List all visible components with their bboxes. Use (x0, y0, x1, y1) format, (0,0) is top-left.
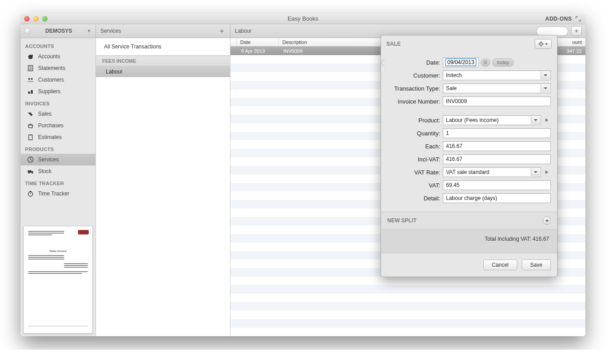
people-icon (27, 76, 34, 83)
clock-icon (27, 156, 34, 163)
svg-rect-10 (29, 135, 32, 140)
company-name: DEMOSYS (45, 28, 72, 34)
sidebar-item-suppliers[interactable]: Suppliers (21, 86, 95, 97)
date-value: 09/04/2013 (445, 58, 476, 66)
vat-input[interactable]: 69.45 (443, 180, 551, 190)
tag-icon (27, 110, 34, 117)
label-transaction-type: Transaction Type: (387, 85, 443, 92)
date-picker-button[interactable] (480, 58, 490, 67)
section-header-invoices: INVOICES (21, 97, 95, 108)
section-header-products: PRODUCTS (21, 143, 95, 154)
svg-point-15 (29, 173, 30, 174)
sidebar-item-accounts[interactable]: Accounts (21, 51, 95, 62)
thumbnail-title: Sales Invoice (28, 250, 88, 252)
new-split-label: NEW SPLIT (387, 217, 416, 224)
svg-rect-11 (30, 134, 31, 135)
sidebar-item-label: Statements (38, 65, 65, 71)
vat-rate-go-button[interactable] (543, 167, 551, 177)
add-transaction-button[interactable]: ＋ (571, 26, 582, 36)
column3-title: Labour (235, 28, 251, 34)
sidebar-item-label: Services (38, 156, 59, 163)
cancel-button[interactable]: Cancel (483, 260, 517, 270)
section-header-accounts: ACCOUNTS (21, 40, 95, 51)
date-input[interactable]: 09/04/2013 (443, 57, 479, 67)
svg-point-7 (31, 78, 33, 80)
piggybank-icon (27, 53, 34, 60)
label-each: Each: (387, 143, 443, 150)
label-invoice-number: Invoice Number: (387, 98, 443, 105)
arrow-right-icon (545, 170, 549, 174)
search-input[interactable] (536, 26, 568, 36)
company-selector[interactable]: DEMOSYS ▼ (21, 24, 96, 38)
product-go-button[interactable] (543, 115, 551, 125)
vat-rate-select[interactable]: VAT sale standard (443, 167, 541, 177)
each-input[interactable]: 416.67 (443, 141, 551, 151)
suppliers-icon (27, 88, 34, 95)
sidebar-item-purchases[interactable]: Purchases (21, 120, 95, 131)
svg-point-20 (540, 43, 542, 45)
label-quantity: Quantity: (387, 130, 443, 137)
add-split-button[interactable]: ＋ (543, 217, 551, 225)
company-orb-icon (25, 28, 30, 34)
sidebar-item-label: Sales (38, 111, 52, 117)
quantity-input[interactable]: 1 (443, 128, 551, 138)
column2-title: Services (100, 28, 121, 34)
customer-select[interactable]: Initech (443, 70, 551, 80)
product-select[interactable]: Labour (Fees income) (443, 115, 541, 125)
label-incl-vat: Incl-VAT: (387, 156, 443, 163)
svg-point-6 (28, 78, 30, 80)
svg-rect-18 (30, 191, 31, 192)
sidebar-item-label: Stock (38, 168, 52, 174)
row-date: 9 Apr 2013 (238, 48, 280, 54)
svg-rect-9 (31, 90, 33, 94)
svg-rect-13 (28, 170, 31, 173)
transaction-type-select[interactable]: Sale (443, 83, 551, 93)
sidebar-item-sales[interactable]: Sales (21, 108, 95, 120)
sidebar-item-label: Purchases (38, 122, 64, 129)
sale-form: Date: 09/04/2013 today Customer: Initech… (381, 52, 557, 212)
total-row: Total Including VAT: 416.67 (381, 230, 557, 253)
column-header-date[interactable]: Date (237, 38, 279, 46)
sale-popover: SALE ▼ Date: 09/04/2013 today (381, 35, 558, 277)
sidebar-item-label: Estimates (38, 134, 62, 140)
sidebar-item-stock[interactable]: Stock (21, 165, 95, 177)
today-button[interactable]: today (492, 58, 514, 67)
label-date: Date: (387, 59, 443, 66)
sale-title: SALE (386, 41, 401, 47)
new-split-row: NEW SPLIT ＋ (381, 212, 557, 230)
sale-menu-button[interactable]: ▼ (535, 39, 552, 49)
sidebar-item-customers[interactable]: Customers (21, 74, 95, 86)
service-item-labour[interactable]: Labour (96, 66, 230, 77)
arrow-right-icon (545, 118, 549, 122)
clipboard-icon (27, 134, 34, 141)
app-window: Easy Books ADD-ONS DEMOSYS ▼ Services ＋ … (21, 13, 585, 336)
section-header-timetracker: TIME TRACKER (21, 177, 95, 188)
gear-icon (538, 41, 544, 47)
sidebar-item-services[interactable]: Services (21, 154, 95, 165)
detail-input[interactable]: Labour charge (days) (443, 193, 551, 203)
svg-rect-1 (32, 55, 33, 56)
stopwatch-icon (27, 190, 34, 197)
sidebar: ACCOUNTS Accounts Statements Customers S… (21, 38, 96, 336)
all-service-transactions[interactable]: All Service Transactions (96, 38, 230, 56)
invoice-preview-thumbnail[interactable]: Sales Invoice (23, 226, 93, 334)
sidebar-item-timetracker[interactable]: Time Tracker (21, 188, 95, 199)
label-vat-rate: VAT Rate: (387, 169, 443, 176)
label-detail: Detail: (387, 195, 443, 202)
sidebar-item-label: Accounts (38, 53, 60, 60)
sidebar-item-label: Time Tracker (38, 191, 69, 197)
window-title: Easy Books (21, 15, 585, 22)
sidebar-item-estimates[interactable]: Estimates (21, 131, 95, 143)
incl-vat-input[interactable]: 416.67 (443, 154, 551, 164)
label-vat: VAT: (387, 182, 443, 189)
chevron-down-icon: ▼ (545, 42, 548, 46)
services-column: All Service Transactions FEES INCOME Lab… (96, 38, 230, 336)
list-icon (483, 60, 488, 65)
label-product: Product: (387, 117, 443, 124)
add-service-button[interactable]: ＋ (218, 26, 225, 36)
sidebar-item-statements[interactable]: Statements (21, 62, 95, 74)
sidebar-item-label: Suppliers (38, 88, 61, 95)
basket-icon (27, 122, 34, 129)
invoice-number-input[interactable]: INV0009 (443, 96, 551, 106)
save-button[interactable]: Save (522, 260, 551, 270)
